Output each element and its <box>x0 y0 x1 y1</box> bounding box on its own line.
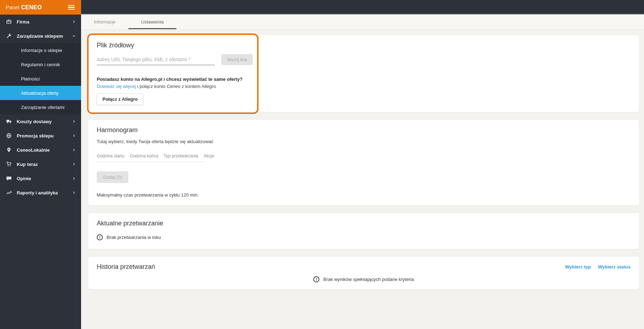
allegro-link-line: Dowiedz się więceji połącz konto Ceneo z… <box>97 84 630 89</box>
sidebar-item-opinie[interactable]: Opinie <box>0 171 81 186</box>
learn-more-link[interactable]: Dowiedz się więcej <box>97 84 136 89</box>
sidebar-item-regulamin-i-cennik[interactable]: Regulamin i cennik <box>0 57 81 72</box>
sidebar-item-label: Kup teraz <box>17 162 38 167</box>
sidebar-item-platnosci[interactable]: Płatności <box>0 72 81 86</box>
schedule-table-header: Godzina startu Godzina końca Typ przetwa… <box>97 153 630 158</box>
schedule-table-divider <box>97 162 205 162</box>
sidebar-item-aktualizacja-oferty[interactable]: Aktualizacja oferty <box>0 86 81 100</box>
chevron-right-icon <box>72 148 76 152</box>
chevron-right-icon <box>72 20 76 24</box>
history-card: Historia przetwarzań Wybierz typ Wybierz… <box>88 257 639 289</box>
company-icon <box>6 19 12 25</box>
column-akcje: Akcje <box>204 153 214 158</box>
sidebar-item-label: Płatności <box>21 76 40 82</box>
source-file-title: Plik źródłowy <box>97 42 630 49</box>
sidebar-item-label: Firma <box>17 19 29 25</box>
chevron-right-icon <box>72 162 76 166</box>
chart-icon <box>6 190 12 195</box>
sidebar-item-label: Informacje o sklepie <box>21 48 62 53</box>
source-file-card: Plik źródłowy Wyślij link Posiadasz kont… <box>88 35 639 112</box>
sidebar-item-koszty-dostawy[interactable]: Koszty dostawy <box>0 114 81 129</box>
current-processing-empty-text: Brak przetwarzania w toku <box>107 235 161 240</box>
brand-ceneo-text: CENEO <box>21 4 42 10</box>
ceneo-panel-app: PanelCENEO Firma Zarządzanie sklep <box>0 0 644 329</box>
exclamation-circle-icon: ! <box>313 276 319 282</box>
sidebar-item-label: Opinie <box>17 176 31 181</box>
sidebar-item-label: CeneoLokalnie <box>17 147 49 153</box>
history-filters: Wybierz typ Wybierz status <box>565 264 630 270</box>
sidebar-item-label: Raporty i analityka <box>17 190 58 195</box>
tab-informacje[interactable]: Informacje <box>81 15 128 29</box>
history-empty-text: Brak wyników spełniających podane kryter… <box>323 277 414 282</box>
filter-status-link[interactable]: Wybierz status <box>598 264 630 270</box>
tab-label: Informacje <box>94 19 116 25</box>
sidebar-item-label: Regulamin i cennik <box>21 62 60 67</box>
schedule-title: Harmonogram <box>97 126 630 134</box>
cart-icon <box>6 161 12 167</box>
brand-panel-text: Panel <box>6 4 19 10</box>
sidebar-item-firma[interactable]: Firma <box>0 15 81 29</box>
connect-allegro-button[interactable]: Połącz z Allegro <box>97 93 143 105</box>
content: Plik źródłowy Wyślij link Posiadasz kont… <box>81 30 644 289</box>
chevron-right-icon <box>72 190 76 195</box>
sidebar-item-label: Zarządzanie ofertami <box>21 105 64 110</box>
sidebar-item-raporty-i-analityka[interactable]: Raporty i analityka <box>0 186 81 200</box>
map-pin-icon <box>6 147 12 153</box>
sidebar-submenu: Informacje o sklepie Regulamin i cennik … <box>0 43 81 114</box>
sidebar-item-label: Promocja sklepu <box>17 133 54 139</box>
sidebar-header: PanelCENEO <box>0 0 81 15</box>
main-area: Informacje Ustawienia Plik źródłowy Wyśl… <box>81 0 644 329</box>
learn-more-suffix: i połącz konto Ceneo z kontem Allegro <box>137 84 216 89</box>
top-bar <box>81 0 644 15</box>
truck-icon <box>6 119 12 124</box>
send-link-button[interactable]: Wyślij link <box>221 54 253 65</box>
chevron-down-icon <box>72 34 76 38</box>
sidebar-item-promocja-sklepu[interactable]: Promocja sklepu <box>0 129 81 143</box>
history-empty: ! Brak wyników spełniających podane kryt… <box>97 276 630 282</box>
history-header: Historia przetwarzań Wybierz typ Wybierz… <box>97 263 630 271</box>
sidebar-item-zarzadzanie-ofertami[interactable]: Zarządzanie ofertami <box>0 100 81 114</box>
sidebar-item-label: Zarządzanie sklepem <box>17 33 63 39</box>
column-typ-przetwarzania: Typ przetwarzania <box>164 153 198 158</box>
brand-logo: PanelCENEO <box>6 4 42 11</box>
column-godzina-konca: Godzina końca <box>130 153 158 158</box>
chevron-right-icon <box>72 134 76 138</box>
schedule-subtitle: Tutaj wybierz, kiedy Twoja oferta będzie… <box>97 139 630 144</box>
history-title: Historia przetwarzań <box>97 263 155 271</box>
current-processing-title: Aktualne przetwarzanie <box>97 220 630 227</box>
sidebar-item-ceneolokalnie[interactable]: CeneoLokalnie <box>0 143 81 157</box>
sidebar-item-zarzadzanie-sklepem[interactable]: Zarządzanie sklepem <box>0 29 81 43</box>
allegro-question: Posiadasz konto na Allegro.pl i chcesz w… <box>97 77 630 82</box>
globe-icon <box>6 133 12 139</box>
schedule-card: Harmonogram Tutaj wybierz, kiedy Twoja o… <box>88 120 639 205</box>
chevron-right-icon <box>72 119 76 124</box>
exclamation-circle-icon: ! <box>97 234 103 240</box>
sidebar-item-kup-teraz[interactable]: Kup teraz <box>0 157 81 171</box>
current-processing-card: Aktualne przetwarzanie ! Brak przetwarza… <box>88 213 639 249</box>
tab-ustawienia[interactable]: Ustawienia <box>128 15 177 29</box>
filter-type-link[interactable]: Wybierz typ <box>565 264 591 270</box>
sidebar-item-informacje-o-sklepie[interactable]: Informacje o sklepie <box>0 43 81 57</box>
xml-url-input-row: Wyślij link <box>97 54 630 65</box>
add-schedule-button[interactable]: Dodaj (0) <box>97 171 128 183</box>
sidebar-item-label: Aktualizacja oferty <box>21 90 59 96</box>
column-godzina-startu: Godzina startu <box>97 153 124 158</box>
current-processing-empty: ! Brak przetwarzania w toku <box>97 234 630 240</box>
chevron-right-icon <box>72 176 76 181</box>
chat-icon <box>6 176 12 181</box>
tab-bar: Informacje Ustawienia <box>81 15 644 30</box>
sidebar-item-label: Koszty dostawy <box>17 119 52 124</box>
sidebar: PanelCENEO Firma Zarządzanie sklep <box>0 0 81 329</box>
tab-label: Ustawienia <box>141 19 164 25</box>
xml-url-input[interactable] <box>97 54 215 65</box>
wrench-icon <box>6 33 12 39</box>
sidebar-nav: Firma Zarządzanie sklepem Informacje o s… <box>0 15 81 200</box>
hamburger-menu-icon[interactable] <box>67 3 75 12</box>
schedule-note: Maksymalny czas przetwarzania w cyklu 12… <box>97 192 630 198</box>
